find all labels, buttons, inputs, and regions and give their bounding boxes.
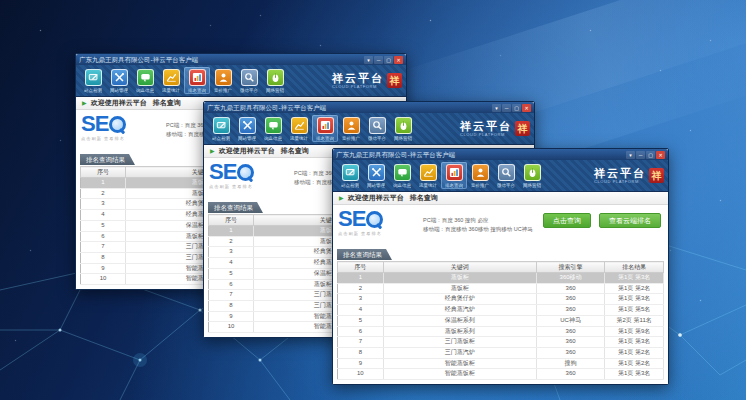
site-manage-icon: [239, 117, 256, 134]
tab-rank-results[interactable]: 排名查询结果: [80, 154, 135, 165]
cell-keyword: 保温柜系列: [383, 315, 536, 326]
table-row[interactable]: 9 智能蒸饭柜 搜狗 第1页 第2名: [338, 358, 664, 369]
green-flag-icon: ▶: [210, 148, 215, 154]
brand-seal-icon: 祥: [649, 168, 664, 183]
cell-no: 5: [209, 268, 254, 279]
toolbar-item-site-manage[interactable]: 网站管理: [234, 115, 260, 142]
cell-engine: 360: [536, 337, 604, 348]
toolbar-item-rank-query[interactable]: 排名查询: [312, 115, 338, 142]
cell-engine: 360: [536, 283, 604, 294]
window-title-bar[interactable]: 广东九鼎王厨具有限公司-祥云平台客户端 ▾ ─ ▢ ✕: [204, 102, 534, 113]
toolbar-item-marketing[interactable]: 网络营销: [519, 162, 545, 189]
toolbar-item-wechat[interactable]: 微信平台: [364, 115, 390, 142]
table-row[interactable]: 3 经典煲仔炉 360 第1页 第3名: [338, 294, 664, 305]
col-header-no[interactable]: 序号: [209, 215, 254, 226]
minimize-button[interactable]: ─: [374, 56, 383, 64]
col-header-engine[interactable]: 搜索引擎: [536, 262, 604, 273]
toolbar-item-rank-query[interactable]: 排名查询: [441, 162, 467, 189]
query-button[interactable]: 点击查询: [543, 213, 591, 228]
close-button[interactable]: ✕: [656, 151, 665, 159]
table-row[interactable]: 7 三门蒸饭柜 360 第1页 第3名: [338, 337, 664, 348]
tab-rank-results[interactable]: 排名查询结果: [337, 249, 392, 260]
toolbar-item-site-manage[interactable]: 网站管理: [106, 67, 132, 94]
skin-button[interactable]: ▾: [364, 56, 373, 64]
window-controls: ▾ ─ ▢ ✕: [492, 104, 531, 112]
inquiry-message-icon: [394, 164, 411, 181]
toolbar-item-wechat[interactable]: 微信平台: [236, 67, 262, 94]
toolbar-item-traffic[interactable]: 流量统计: [286, 115, 312, 142]
toolbar-item-rank-query[interactable]: 排名查询: [184, 67, 210, 94]
magnifier-icon: [237, 164, 253, 180]
window-title: 广东九鼎王厨具有限公司-祥云平台客户端: [79, 54, 364, 65]
cell-engine: 360: [536, 305, 604, 316]
brand-logo: 祥云平台 CLOUD PLATFORM 祥: [594, 168, 664, 184]
welcome-text: 欢迎使用祥云平台: [219, 146, 275, 156]
skin-button[interactable]: ▾: [626, 151, 635, 159]
table-row[interactable]: 1 蒸饭柜 360移动 第1页 第3名: [338, 273, 664, 284]
toolbar-item-site-manage[interactable]: 网站管理: [363, 162, 389, 189]
cell-no: 4: [81, 210, 126, 221]
toolbar-item-wechat[interactable]: 微信平台: [493, 162, 519, 189]
tab-rank-results[interactable]: 排名查询结果: [208, 202, 263, 213]
toolbar-item-site-check[interactable]: 站点检测: [80, 67, 106, 94]
cell-keyword: 智能蒸饭柜: [383, 358, 536, 369]
table-row[interactable]: 4 经典蒸汽炉 360 第1页 第5名: [338, 305, 664, 316]
minimize-button[interactable]: ─: [636, 151, 645, 159]
cell-engine: 360: [536, 294, 604, 305]
window-title: 广东九鼎王厨具有限公司-祥云平台客户端: [336, 149, 626, 160]
cell-no: 4: [209, 258, 254, 269]
seo-logo: SE 点击刷新 查看排名: [338, 209, 384, 236]
cell-no: 9: [81, 263, 126, 274]
cell-no: 5: [338, 315, 384, 326]
maximize-button[interactable]: ▢: [384, 56, 393, 64]
window-controls: ▾ ─ ▢ ✕: [626, 151, 665, 159]
table-row[interactable]: 6 蒸饭柜系列 360 第1页 第9名: [338, 326, 664, 337]
window-title-bar[interactable]: 广东九鼎王厨具有限公司-祥云平台客户端 ▾ ─ ▢ ✕: [333, 149, 668, 160]
toolbar-item-site-check[interactable]: 站点检测: [208, 115, 234, 142]
cell-engine: 360: [536, 369, 604, 380]
view-cloud-rank-button[interactable]: 查看云端排名: [599, 213, 661, 228]
toolbar-item-traffic[interactable]: 流量统计: [415, 162, 441, 189]
cell-no: 3: [338, 294, 384, 305]
mobile-engines-line: 移动端：百度移动 360移动 搜狗移动 UC神马: [423, 225, 533, 234]
seo-tagline: 点击刷新 查看排名: [338, 231, 382, 236]
main-toolbar: 站点检测 网站管理 询盘信息 流量统计: [76, 65, 406, 97]
col-header-rank[interactable]: 排名结果: [605, 262, 664, 273]
cell-keyword: 经典蒸汽炉: [383, 305, 536, 316]
cell-keyword: 经典煲仔炉: [383, 294, 536, 305]
brand-subtitle: CLOUD PLATFORM: [332, 84, 384, 89]
col-header-no[interactable]: 序号: [81, 167, 126, 178]
app-window-front[interactable]: 广东九鼎王厨具有限公司-祥云平台客户端 ▾ ─ ▢ ✕ 站点检测 网站管理: [332, 148, 669, 385]
close-button[interactable]: ✕: [394, 56, 403, 64]
cell-rank: 第2页 第11名: [605, 315, 664, 326]
toolbar-item-marketing[interactable]: 网络营销: [390, 115, 416, 142]
toolbar-item-inquiry[interactable]: 询盘信息: [389, 162, 415, 189]
toolbar-item-marketing[interactable]: 网络营销: [262, 67, 288, 94]
col-header-no[interactable]: 序号: [338, 262, 384, 273]
maximize-button[interactable]: ▢: [646, 151, 655, 159]
welcome-bar: ▶ 欢迎使用祥云平台 排名查询: [333, 192, 668, 205]
cell-rank: 第1页 第3名: [605, 369, 664, 380]
window-title-bar[interactable]: 广东九鼎王厨具有限公司-祥云平台客户端 ▾ ─ ▢ ✕: [76, 54, 406, 65]
table-row[interactable]: 5 保温柜系列 UC神马 第2页 第11名: [338, 315, 664, 326]
green-flag-icon: ▶: [339, 195, 344, 201]
toolbar-item-inquiry[interactable]: 询盘信息: [132, 67, 158, 94]
toolbar-item-bidding[interactable]: 竞价推广: [210, 67, 236, 94]
table-row[interactable]: 8 三门蒸汽炉 360 第1页 第2名: [338, 347, 664, 358]
col-header-keyword[interactable]: 关键词: [383, 262, 536, 273]
maximize-button[interactable]: ▢: [512, 104, 521, 112]
toolbar-item-traffic[interactable]: 流量统计: [158, 67, 184, 94]
skin-button[interactable]: ▾: [492, 104, 501, 112]
cell-engine: 360: [536, 326, 604, 337]
table-row[interactable]: 10 智能蒸饭柜 360 第1页 第3名: [338, 369, 664, 380]
minimize-button[interactable]: ─: [502, 104, 511, 112]
brand-seal-icon: 祥: [515, 121, 530, 136]
close-button[interactable]: ✕: [522, 104, 531, 112]
table-row[interactable]: 2 蒸饭柜 360 第1页 第2名: [338, 283, 664, 294]
site-manage-icon: [368, 164, 385, 181]
toolbar-item-site-check[interactable]: 站点检测: [337, 162, 363, 189]
toolbar-item-bidding[interactable]: 竞价推广: [467, 162, 493, 189]
toolbar-item-bidding[interactable]: 竞价推广: [338, 115, 364, 142]
toolbar-item-inquiry[interactable]: 询盘信息: [260, 115, 286, 142]
network-marketing-icon: [267, 69, 284, 86]
